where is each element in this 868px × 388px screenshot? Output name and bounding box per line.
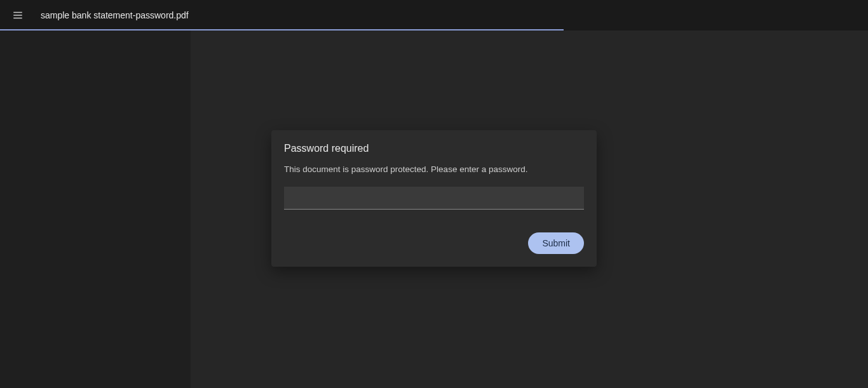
password-input[interactable] — [284, 187, 584, 210]
app-header: sample bank statement-password.pdf — [0, 0, 868, 30]
menu-icon[interactable] — [10, 8, 25, 23]
submit-button[interactable]: Submit — [528, 232, 584, 254]
content-area: Password required This document is passw… — [0, 30, 868, 388]
dialog-title: Password required — [284, 143, 584, 154]
document-viewer: Password required This document is passw… — [191, 30, 868, 388]
dialog-message: This document is password protected. Ple… — [284, 164, 584, 174]
password-dialog: Password required This document is passw… — [271, 130, 597, 267]
dialog-actions: Submit — [284, 232, 584, 254]
thumbnail-sidebar — [0, 30, 191, 388]
document-filename: sample bank statement-password.pdf — [41, 10, 189, 20]
